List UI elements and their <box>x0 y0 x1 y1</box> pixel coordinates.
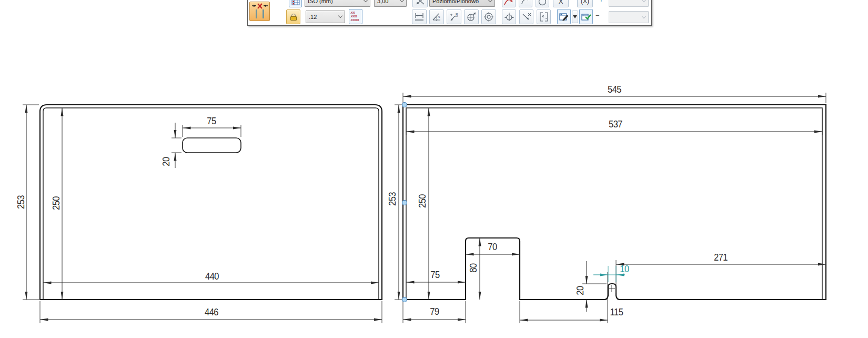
grip-middle[interactable] <box>402 201 407 205</box>
dim-label-right-width-outer[interactable]: 545 <box>608 84 621 95</box>
dim-label-left-height-outer[interactable]: 253 <box>16 195 27 209</box>
grip-bottom[interactable] <box>402 297 407 302</box>
dim-label-slot-height[interactable]: 20 <box>161 157 172 166</box>
dim-label-left-width-outer[interactable]: 446 <box>205 307 218 318</box>
dim-label-left-height-inner[interactable]: 250 <box>51 196 62 210</box>
dim-label-right-height-inner[interactable]: 250 <box>417 194 428 208</box>
right-panel-outline[interactable] <box>403 105 826 300</box>
dim-label-right-height-outer[interactable]: 253 <box>387 192 398 206</box>
left-panel-outline[interactable] <box>40 105 382 300</box>
dim-label-notch-offset-outer[interactable]: 79 <box>430 306 439 317</box>
dim-label-tab-width-selected[interactable]: 10 <box>620 264 629 275</box>
left-panel-view[interactable] <box>40 105 382 300</box>
right-panel-view[interactable] <box>403 105 826 300</box>
dim-label-notch-offset-inner[interactable]: 75 <box>430 270 439 281</box>
dim-label-slot-width[interactable]: 75 <box>207 116 216 127</box>
dim-label-notch-to-tab[interactable]: 115 <box>610 307 623 318</box>
cad-application-window: { "toolbar": { "dim_style_combo": "ISO (… <box>0 0 868 338</box>
grip-top[interactable] <box>402 103 407 107</box>
dim-label-tab-height[interactable]: 20 <box>575 286 586 295</box>
dim-label-notch-height[interactable]: 80 <box>468 263 479 272</box>
drawing-canvas[interactable] <box>0 0 868 338</box>
dim-label-tab-to-right[interactable]: 271 <box>714 252 728 263</box>
dim-label-notch-width[interactable]: 70 <box>488 242 497 253</box>
dim-label-left-width-inner[interactable]: 440 <box>205 271 219 282</box>
dim-label-right-width-inner[interactable]: 537 <box>609 119 622 130</box>
left-panel-slot[interactable] <box>183 138 241 153</box>
